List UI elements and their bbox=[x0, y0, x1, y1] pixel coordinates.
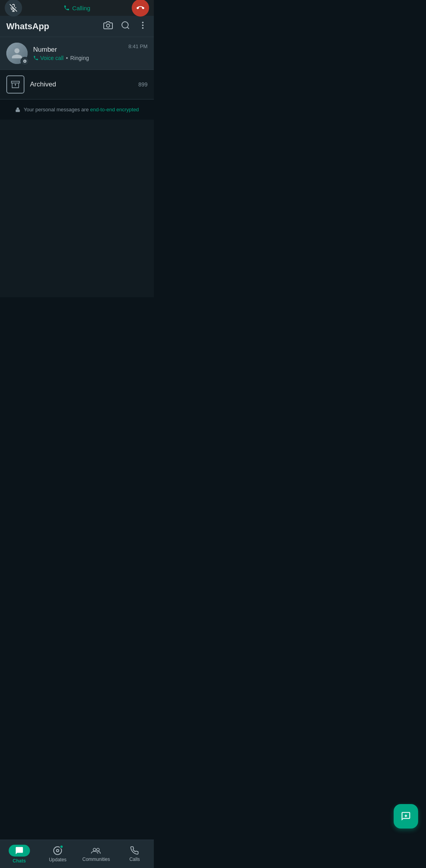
app-header: WhatsApp bbox=[0, 16, 154, 37]
svg-rect-11 bbox=[16, 109, 20, 112]
svg-point-6 bbox=[142, 22, 144, 23]
end-call-button[interactable] bbox=[132, 0, 149, 17]
archive-icon bbox=[6, 75, 24, 94]
more-options-icon[interactable] bbox=[138, 21, 148, 32]
app-title: WhatsApp bbox=[6, 21, 49, 32]
e2e-link[interactable]: end-to-end encrypted bbox=[90, 107, 139, 112]
chat-list-area bbox=[0, 120, 154, 297]
archived-count: 899 bbox=[138, 81, 148, 88]
svg-line-5 bbox=[127, 27, 129, 29]
contact-name: Number bbox=[33, 46, 123, 54]
svg-point-4 bbox=[122, 22, 128, 28]
svg-rect-9 bbox=[11, 81, 19, 83]
svg-point-8 bbox=[142, 27, 144, 29]
encryption-text: Your personal messages are bbox=[24, 107, 90, 112]
camera-icon[interactable] bbox=[103, 21, 113, 32]
archived-row[interactable]: Archived 899 bbox=[0, 70, 154, 99]
call-type: Voice call bbox=[33, 55, 64, 61]
call-timestamp: 8:41 PM bbox=[129, 43, 148, 49]
svg-point-3 bbox=[106, 24, 110, 27]
contact-avatar bbox=[6, 43, 28, 64]
call-notification-row[interactable]: Number Voice call • Ringing 8:41 PM bbox=[0, 37, 154, 70]
archived-label: Archived bbox=[30, 81, 133, 88]
header-actions bbox=[103, 21, 148, 32]
call-info: Number Voice call • Ringing bbox=[33, 46, 123, 61]
calling-status: Calling bbox=[64, 5, 90, 11]
call-status: Voice call • Ringing bbox=[33, 55, 123, 61]
status-bar: Calling bbox=[0, 0, 154, 16]
avatar-status-badge bbox=[21, 57, 29, 66]
lock-icon bbox=[15, 107, 21, 112]
search-icon[interactable] bbox=[121, 21, 130, 32]
svg-point-7 bbox=[142, 24, 144, 26]
encryption-notice: Your personal messages are end-to-end en… bbox=[0, 99, 154, 120]
mute-button[interactable] bbox=[5, 0, 22, 17]
